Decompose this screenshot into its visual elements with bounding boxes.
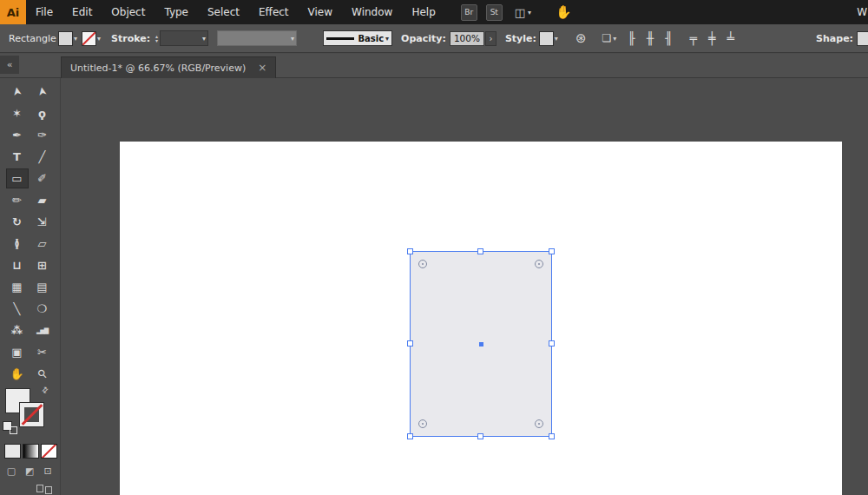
selection-handle[interactable]	[407, 248, 413, 254]
gradient-tool[interactable]: ▤	[31, 277, 54, 297]
selection-handle[interactable]	[407, 340, 413, 346]
type-tool[interactable]: T	[6, 147, 29, 167]
chevron-down-icon[interactable]: ▾	[528, 9, 531, 16]
blend-tool[interactable]: ❍	[31, 299, 54, 319]
menu-edit[interactable]: Edit	[62, 6, 102, 18]
chevron-down-icon[interactable]: ▾	[291, 35, 294, 43]
draw-normal-button[interactable]: ▢	[3, 464, 19, 478]
shape-swatch-partial[interactable]	[858, 32, 868, 45]
recolor-artwork-icon[interactable]: ⊛	[575, 30, 587, 46]
selected-rectangle[interactable]	[410, 251, 552, 437]
fill-color-swatch[interactable]	[59, 32, 72, 45]
opacity-input[interactable]: 100%	[450, 31, 484, 46]
artboard[interactable]	[120, 142, 842, 495]
shaper-tool[interactable]: ✏	[6, 190, 29, 210]
symbol-sprayer-tool[interactable]: ⁂	[6, 320, 29, 340]
selection-handle[interactable]	[477, 433, 483, 439]
align-vertical-middle-button[interactable]: ╪	[708, 31, 715, 45]
close-tab-icon[interactable]: ×	[258, 62, 266, 74]
live-corner-widget[interactable]	[535, 260, 543, 268]
selection-handle[interactable]	[407, 433, 413, 439]
mesh-tool[interactable]: ▦	[6, 277, 29, 297]
none-button[interactable]	[42, 445, 56, 458]
align-vertical-top-button[interactable]: ╤	[690, 31, 697, 45]
menu-view[interactable]: View	[299, 6, 342, 18]
artboard-tool[interactable]: ▣	[6, 342, 29, 362]
chevron-down-icon[interactable]: ▾	[97, 35, 101, 43]
column-graph-tool[interactable]: ▂▅▇	[31, 320, 54, 340]
live-corner-widget[interactable]	[535, 419, 543, 428]
width-tool[interactable]: ≬	[6, 234, 29, 254]
opacity-panel-arrow-button[interactable]: ›	[485, 31, 496, 46]
eyedropper-tool[interactable]: ╲	[6, 299, 29, 319]
live-corner-widget[interactable]	[418, 260, 427, 268]
screen-mode-icon[interactable]	[36, 485, 43, 492]
shape-builder-tool[interactable]: ⊔	[6, 255, 29, 275]
zoom-tool[interactable]: ⚲	[31, 364, 54, 384]
free-transform-tool[interactable]: ▱	[31, 234, 54, 254]
stroke-color-swatch[interactable]	[82, 32, 95, 45]
line-segment-tool[interactable]: ╱	[31, 147, 54, 167]
arrange-documents-icon[interactable]: ◫	[515, 6, 525, 19]
lasso-tool[interactable]: ϙ	[31, 103, 54, 123]
chevron-down-icon[interactable]: ▾	[613, 35, 616, 43]
transform-icon[interactable]: ❏	[602, 32, 611, 44]
chevron-down-icon[interactable]: ▾	[202, 35, 206, 43]
menu-effect[interactable]: Effect	[249, 6, 299, 18]
align-horizontal-right-button[interactable]: ╢	[665, 31, 672, 45]
selection-handle[interactable]	[549, 433, 555, 439]
shape-label: Shape:	[816, 33, 853, 44]
selection-handle[interactable]	[549, 340, 555, 346]
paintbrush-tool[interactable]: ✐	[31, 168, 54, 188]
swap-fill-stroke-icon[interactable]: ⇄	[40, 385, 50, 395]
selection-tool[interactable]: ➤	[6, 82, 29, 102]
document-tab[interactable]: Untitled-1* @ 66.67% (RGB/Preview) ×	[61, 56, 276, 78]
center-point[interactable]	[479, 342, 483, 346]
menu-help[interactable]: Help	[402, 6, 444, 18]
chevron-down-icon[interactable]: ▾	[555, 35, 558, 43]
collapse-panel-button[interactable]: «	[0, 56, 19, 74]
rectangle-tool[interactable]: ▭	[6, 168, 29, 188]
chevron-down-icon[interactable]: ▾	[74, 35, 77, 43]
menu-type[interactable]: Type	[155, 6, 198, 18]
eraser-tool[interactable]: ▰	[31, 190, 54, 210]
brush-definition-select[interactable]: ▾	[217, 30, 297, 46]
curvature-tool[interactable]: ✑	[31, 125, 54, 145]
stroke-style-select[interactable]: Basic ▾	[323, 30, 392, 46]
pen-tool[interactable]: ✒	[6, 125, 29, 145]
live-corner-widget[interactable]	[418, 419, 427, 428]
default-fill-stroke-icon[interactable]	[3, 422, 17, 434]
draw-inside-button[interactable]: ⊡	[40, 464, 56, 478]
scale-tool[interactable]: ⇲	[31, 212, 54, 232]
graphic-style-swatch[interactable]	[540, 32, 553, 45]
stroke-weight-select[interactable]: ▾	[160, 30, 208, 46]
stock-button[interactable]: St	[486, 4, 503, 21]
gradient-button[interactable]	[23, 445, 38, 458]
slice-tool[interactable]: ✂	[31, 342, 54, 362]
menu-object[interactable]: Object	[102, 6, 155, 18]
screen-mode-icon[interactable]	[45, 486, 52, 494]
menu-window[interactable]: Window	[342, 6, 402, 18]
menu-file[interactable]: File	[26, 6, 62, 18]
align-horizontal-left-button[interactable]: ╟	[628, 31, 635, 45]
menu-select[interactable]: Select	[198, 6, 249, 18]
align-horizontal-center-button[interactable]: ╫	[647, 31, 654, 45]
magic-wand-tool[interactable]: ✶	[6, 103, 29, 123]
rotate-tool[interactable]: ↻	[6, 212, 29, 232]
selection-handle[interactable]	[549, 248, 555, 254]
lasso-tool-icon: ϙ	[38, 107, 46, 120]
bridge-button[interactable]: Br	[461, 4, 477, 21]
align-vertical-bottom-button[interactable]: ╧	[727, 31, 733, 45]
stroke-color-indicator[interactable]	[20, 403, 43, 426]
direct-selection-tool[interactable]: ➤	[31, 82, 54, 102]
perspective-grid-tool[interactable]: ⊞	[31, 255, 54, 275]
hand-tool[interactable]: ✋	[6, 364, 29, 384]
stroke-weight-stepper[interactable]: ▴ ▾	[155, 34, 158, 43]
stepper-down-icon[interactable]: ▾	[155, 38, 158, 43]
selection-handle[interactable]	[477, 248, 483, 254]
chevron-down-icon[interactable]: ▾	[385, 35, 389, 43]
color-button[interactable]	[5, 445, 20, 458]
workspace-label-partial[interactable]: W	[857, 6, 867, 18]
draw-behind-button[interactable]: ◩	[22, 464, 37, 478]
canvas-area[interactable]	[61, 78, 868, 495]
